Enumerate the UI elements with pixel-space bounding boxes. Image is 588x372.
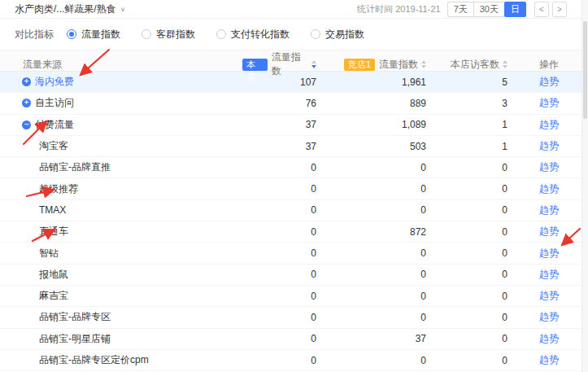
table-row: 直通车 0 872 0 趋势 — [0, 221, 581, 243]
expand-toggle-icon[interactable]: + — [22, 98, 31, 107]
trend-link[interactable]: 趋势 — [539, 290, 559, 301]
competitor-index-value: 872 — [321, 226, 431, 238]
radio-traffic-index[interactable]: 流量指数 — [67, 28, 120, 42]
table-row: 超级推荐 0 0 0 趋势 — [0, 178, 581, 199]
sort-icon[interactable] — [311, 60, 316, 68]
expand-toggle-icon[interactable]: + — [22, 77, 31, 86]
action-cell: 趋势 — [512, 289, 581, 303]
col-header-action: 操作 — [512, 58, 581, 72]
trend-link[interactable]: 趋势 — [539, 333, 559, 344]
col-header-competitor-index[interactable]: 竞店1 流量指数 — [321, 58, 431, 72]
own-index-value: 76 — [242, 98, 321, 109]
source-name: 付费流量 — [35, 118, 74, 132]
col-header-visitors[interactable]: 本店访客数 — [431, 58, 512, 72]
scrollbar[interactable] — [581, 0, 588, 372]
visitors-label: 本店访客数 — [451, 58, 499, 72]
source-cell: 麻吉宝 — [0, 289, 242, 303]
source-name: 淘宝客 — [39, 139, 68, 153]
own-index-value: 0 — [242, 269, 321, 280]
table-row: TMAX 0 0 0 趋势 — [0, 200, 581, 221]
table-row: − 付费流量 37 1,089 1 趋势 — [0, 115, 581, 136]
source-cell: 超级推荐 — [0, 182, 242, 196]
action-cell: 趋势 — [512, 182, 581, 196]
trend-link[interactable]: 趋势 — [539, 204, 559, 216]
table-row: + 自主访问 76 889 3 趋势 — [0, 93, 581, 114]
table-body: + 海内免费 107 1,961 5 趋势 + 自主访问 76 — [0, 72, 581, 371]
own-index-value: 0 — [242, 226, 321, 238]
source-cell: − 付费流量 — [0, 118, 242, 132]
source-name: 麻吉宝 — [39, 289, 68, 303]
trend-link[interactable]: 趋势 — [539, 269, 559, 280]
radio-customer-index[interactable]: 客群指数 — [142, 28, 195, 42]
expand-toggle-icon[interactable]: − — [22, 120, 31, 129]
own-index-value: 0 — [242, 204, 321, 216]
source-cell: 智钻 — [0, 247, 242, 260]
trend-link[interactable]: 趋势 — [539, 76, 559, 87]
source-cell: 品销宝-明星店铺 — [0, 332, 242, 346]
competitor-index-value: 503 — [321, 141, 431, 152]
category-selector[interactable]: 水产肉类/...鲜蔬果/熟食 ∨ — [15, 2, 125, 16]
trend-link[interactable]: 趋势 — [539, 247, 559, 259]
range-30d-button[interactable]: 30天 — [473, 2, 505, 17]
source-cell: + 海内免费 — [0, 75, 242, 89]
radio-icon — [216, 29, 226, 39]
own-index-value: 0 — [242, 355, 321, 366]
table-row: 麻吉宝 0 0 0 趋势 — [0, 286, 581, 307]
competitor-index-value: 0 — [321, 291, 431, 302]
competitor-index-value: 0 — [321, 162, 431, 173]
trend-link[interactable]: 趋势 — [539, 119, 559, 130]
table-row: 品销宝-明星店铺 0 37 0 趋势 — [0, 329, 581, 350]
action-cell: 趋势 — [512, 310, 581, 324]
trend-link[interactable]: 趋势 — [539, 354, 559, 365]
col-header-own-index[interactable]: 本店 流量指数 — [242, 50, 321, 78]
own-index-value: 0 — [242, 333, 321, 344]
trend-link[interactable]: 趋势 — [539, 97, 559, 108]
trend-link[interactable]: 趋势 — [539, 161, 559, 173]
own-index-value: 107 — [242, 77, 321, 88]
source-name: 报地鼠 — [39, 268, 68, 282]
competitor-index-value: 889 — [321, 98, 431, 109]
visitors-value: 0 — [431, 204, 512, 216]
range-day-button[interactable]: 日 — [504, 2, 526, 17]
competitor-index-value: 37 — [321, 333, 431, 344]
own-store-badge: 本店 — [242, 59, 268, 71]
prev-day-button[interactable]: < — [534, 2, 549, 17]
action-cell: 趋势 — [512, 96, 581, 110]
competitor-index-value: 1,089 — [321, 119, 431, 130]
source-cell: + 自主访问 — [0, 96, 242, 110]
source-name: TMAX — [39, 204, 66, 216]
trend-link[interactable]: 趋势 — [539, 183, 559, 195]
table-row: 品销宝-品牌专区定价cpm 0 0 0 趋势 — [0, 350, 581, 371]
date-pager: < > — [534, 2, 567, 17]
radio-conversion-index[interactable]: 支付转化指数 — [216, 28, 290, 42]
visitors-value: 0 — [431, 247, 512, 259]
visitors-value: 0 — [431, 291, 512, 302]
competitor-metric-label: 流量指数 — [379, 58, 418, 72]
visitors-value: 0 — [431, 312, 512, 323]
radio-trade-index[interactable]: 交易指数 — [311, 28, 364, 42]
source-cell: 报地鼠 — [0, 268, 242, 282]
radio-icon — [142, 29, 151, 39]
own-metric-label: 流量指数 — [272, 50, 308, 78]
action-cell: 趋势 — [512, 204, 581, 217]
table-row: 品销宝-品牌专区 0 0 0 趋势 — [0, 307, 581, 328]
action-cell: 趋势 — [512, 268, 581, 282]
trend-link[interactable]: 趋势 — [539, 311, 559, 322]
source-cell: 品销宝-品牌直推 — [0, 160, 242, 174]
source-cell: 直通车 — [0, 225, 242, 239]
trend-link[interactable]: 趋势 — [539, 225, 559, 237]
source-cell: 品销宝-品牌专区 — [0, 310, 242, 324]
next-day-button[interactable]: > — [552, 2, 567, 17]
own-index-value: 37 — [242, 141, 321, 152]
sort-icon[interactable] — [503, 60, 507, 68]
table-row: 品销宝-品牌直推 0 0 0 趋势 — [0, 157, 581, 178]
stat-time-date: 2019-11-21 — [395, 4, 440, 14]
visitors-value: 1 — [431, 119, 512, 130]
action-cell: 趋势 — [512, 353, 581, 367]
sort-icon[interactable] — [421, 60, 426, 68]
competitor-index-value: 0 — [321, 269, 431, 280]
range-7d-button[interactable]: 7天 — [447, 2, 474, 17]
source-name: 品销宝-品牌直推 — [39, 160, 111, 174]
scrollbar-thumb[interactable] — [583, 21, 587, 119]
trend-link[interactable]: 趋势 — [539, 140, 559, 151]
